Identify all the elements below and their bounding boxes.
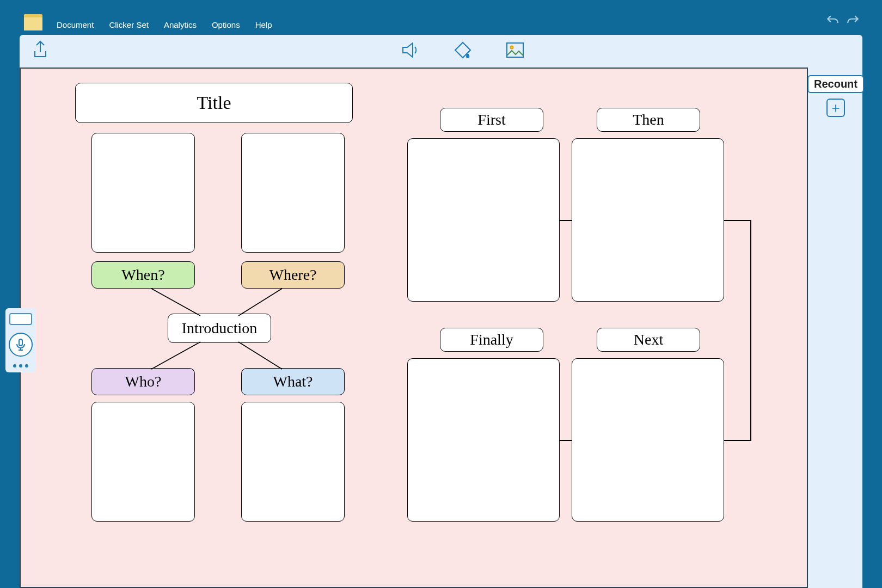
introduction-box[interactable]: Introduction bbox=[168, 314, 271, 343]
who-image-box[interactable] bbox=[91, 402, 195, 522]
then-label[interactable]: Then bbox=[597, 108, 700, 132]
right-panel: Recount + bbox=[808, 68, 862, 588]
microphone-button[interactable] bbox=[9, 333, 33, 357]
svg-line-2 bbox=[151, 289, 200, 316]
menu-options[interactable]: Options bbox=[211, 18, 241, 32]
finally-label[interactable]: Finally bbox=[440, 328, 543, 352]
first-label[interactable]: First bbox=[440, 108, 543, 132]
where-image-box[interactable] bbox=[241, 133, 345, 253]
menu-help[interactable]: Help bbox=[254, 18, 273, 32]
folder-icon[interactable] bbox=[24, 14, 42, 30]
when-label[interactable]: When? bbox=[91, 261, 195, 289]
svg-line-4 bbox=[151, 342, 200, 369]
then-content-box[interactable] bbox=[572, 138, 724, 302]
redo-icon[interactable] bbox=[846, 14, 860, 29]
page-area: Title When? Where? Introduction Who? Wha… bbox=[20, 68, 862, 588]
connector-next-out bbox=[724, 440, 751, 441]
svg-rect-0 bbox=[507, 43, 523, 57]
more-icon[interactable] bbox=[13, 364, 28, 367]
what-image-box[interactable] bbox=[241, 402, 345, 522]
title-box[interactable]: Title bbox=[75, 83, 353, 123]
add-tab-button[interactable]: + bbox=[826, 99, 845, 117]
undo-icon[interactable] bbox=[825, 14, 840, 29]
svg-line-5 bbox=[238, 342, 282, 369]
left-dock bbox=[5, 308, 36, 372]
finally-content-box[interactable] bbox=[407, 358, 560, 522]
image-icon[interactable] bbox=[504, 39, 526, 63]
tab-recount[interactable]: Recount bbox=[807, 75, 864, 93]
canvas[interactable]: Title When? Where? Introduction Who? Wha… bbox=[20, 68, 808, 588]
style-swatch[interactable] bbox=[9, 313, 32, 325]
paint-icon[interactable] bbox=[452, 39, 474, 63]
menubar: Document Clicker Set Analytics Options H… bbox=[0, 0, 882, 35]
what-label[interactable]: What? bbox=[241, 368, 345, 395]
when-image-box[interactable] bbox=[91, 133, 195, 253]
connector-finally-next bbox=[560, 440, 572, 441]
speaker-icon[interactable] bbox=[400, 39, 421, 63]
share-icon[interactable] bbox=[29, 39, 51, 63]
svg-line-3 bbox=[238, 289, 282, 316]
svg-rect-6 bbox=[19, 339, 22, 346]
connector-vertical bbox=[750, 220, 751, 441]
first-content-box[interactable] bbox=[407, 138, 560, 302]
toolbar bbox=[20, 35, 862, 68]
menu-clicker-set[interactable]: Clicker Set bbox=[108, 18, 150, 32]
menu-analytics[interactable]: Analytics bbox=[163, 18, 198, 32]
next-label[interactable]: Next bbox=[597, 328, 700, 352]
menu-document[interactable]: Document bbox=[56, 18, 95, 32]
who-label[interactable]: Who? bbox=[91, 368, 195, 395]
connector-first-then bbox=[560, 220, 572, 221]
next-content-box[interactable] bbox=[572, 358, 724, 522]
connector-then-out bbox=[724, 220, 751, 221]
where-label[interactable]: Where? bbox=[241, 261, 345, 289]
svg-point-1 bbox=[511, 46, 513, 49]
